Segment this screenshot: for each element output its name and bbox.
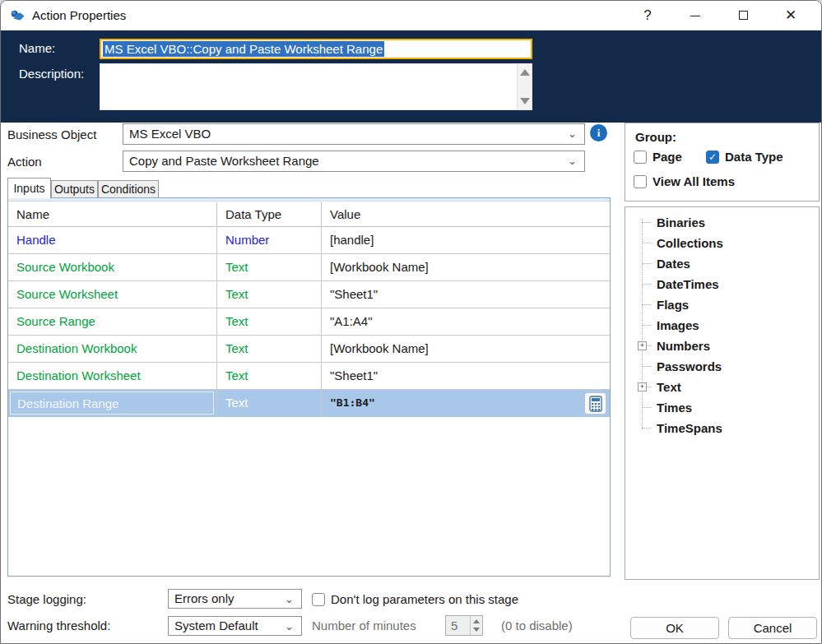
data-items-panel: BinariesCollectionsDatesDateTimesFlagsIm… (625, 206, 820, 580)
minutes-spinner[interactable]: 5 (445, 615, 483, 636)
description-label: Description: (19, 67, 84, 81)
table-row[interactable]: HandleNumber[handle] (8, 227, 610, 254)
cancel-button[interactable]: Cancel (728, 617, 817, 639)
table-row[interactable]: Source WorksheetText"Sheet1" (8, 281, 610, 308)
inputs-table-header: Name Data Type Value (8, 202, 610, 227)
checkbox-page[interactable]: Page (634, 150, 682, 164)
param-value-cell[interactable]: "A1:A4" (322, 308, 610, 336)
spinner-up-icon[interactable] (473, 619, 480, 623)
tree-item-flags[interactable]: Flags (625, 294, 819, 315)
param-name-cell[interactable]: Destination Range (8, 390, 217, 417)
table-row[interactable]: Source RangeText"A1:A4" (8, 308, 610, 336)
param-value-cell[interactable]: [Workbook Name] (322, 254, 610, 281)
checkbox-icon[interactable] (634, 175, 647, 188)
param-value-cell[interactable]: [handle] (322, 227, 610, 254)
param-name-cell[interactable]: Handle (8, 227, 217, 254)
action-dropdown[interactable]: Copy and Paste Worksheet Range ⌄ (123, 151, 585, 172)
param-value-cell[interactable]: "B1:B4" (322, 390, 610, 417)
tree-item-label: Times (657, 397, 692, 418)
tree-item-numbers[interactable]: +Numbers (625, 336, 819, 356)
param-value-cell[interactable]: [Workbook Name] (322, 336, 610, 363)
param-value-cell[interactable]: "Sheet1" (322, 281, 610, 308)
business-object-dropdown[interactable]: MS Excel VBO ⌄ (123, 123, 585, 145)
param-name-editbox[interactable]: Destination Range (10, 391, 214, 415)
tree-item-label: Collections (657, 233, 723, 253)
tree-item-label: Images (657, 315, 699, 336)
stage-logging-label: Stage logging: (7, 590, 86, 609)
help-button[interactable]: ? (629, 1, 666, 30)
tree-item-times[interactable]: Times (625, 397, 819, 418)
expand-icon[interactable]: + (638, 382, 647, 391)
tree-item-collections[interactable]: Collections (625, 233, 819, 253)
maximize-icon (739, 11, 748, 20)
param-datatype-cell[interactable]: Number (217, 227, 322, 254)
tab-inputs[interactable]: Inputs (7, 178, 51, 198)
dont-log-checkbox[interactable]: Don't log parameters on this stage (312, 592, 518, 606)
business-object-label: Business Object (7, 124, 96, 146)
table-row[interactable]: Destination RangeText"B1:B4" (8, 390, 610, 417)
expression-editor-button[interactable] (584, 392, 606, 415)
param-datatype-cell[interactable]: Text (217, 281, 322, 308)
param-datatype-cell[interactable]: Text (217, 363, 322, 390)
stage-logging-dropdown[interactable]: Errors only ⌄ (168, 589, 302, 609)
inputs-table: Name Data Type Value HandleNumber[handle… (7, 197, 611, 577)
name-input[interactable]: MS Excel VBO::Copy and Paste Worksheet R… (100, 39, 532, 59)
table-row[interactable]: Destination WorksheetText"Sheet1" (8, 363, 610, 390)
chevron-down-icon: ⌄ (285, 617, 294, 637)
grid-top-strip (8, 198, 610, 202)
expand-icon[interactable]: + (638, 341, 647, 350)
tree-item-datetimes[interactable]: DateTimes (625, 274, 819, 294)
warning-threshold-dropdown[interactable]: System Default ⌄ (168, 616, 302, 636)
column-header-datatype: Data Type (217, 202, 322, 227)
tree-item-label: Binaries (657, 212, 705, 233)
tree-connector (642, 263, 652, 264)
minimize-button[interactable] (677, 1, 713, 30)
tree-item-label: Dates (657, 253, 690, 274)
tree-item-text[interactable]: +Text (625, 377, 819, 397)
param-name-cell[interactable]: Source Worksheet (8, 281, 217, 308)
tab-conditions[interactable]: Conditions (98, 180, 159, 198)
table-row[interactable]: Destination WorkbookText[Workbook Name] (8, 336, 610, 363)
param-datatype-cell[interactable]: Text (217, 390, 322, 417)
tree-item-images[interactable]: Images (625, 315, 819, 336)
param-name-cell[interactable]: Source Workbook (8, 254, 217, 281)
checkbox-icon[interactable] (312, 593, 325, 606)
maximize-button[interactable] (725, 1, 761, 30)
column-header-value: Value (322, 202, 610, 227)
tree-item-binaries[interactable]: Binaries (625, 212, 819, 233)
checkbox-data-type[interactable]: ✓ Data Type (706, 150, 783, 164)
ok-button[interactable]: OK (630, 617, 719, 639)
table-row[interactable]: Source WorkbookText[Workbook Name] (8, 254, 610, 281)
param-datatype-cell[interactable]: Text (217, 308, 322, 336)
spinner-down-icon[interactable] (473, 628, 480, 632)
tab-outputs[interactable]: Outputs (51, 180, 98, 198)
param-datatype-cell[interactable]: Text (217, 336, 322, 363)
chevron-down-icon: ⌄ (285, 590, 294, 609)
param-name-cell[interactable]: Destination Worksheet (8, 363, 217, 390)
tree-item-passwords[interactable]: Passwords (625, 356, 819, 377)
disable-hint: (0 to disable) (501, 616, 573, 636)
tree-item-dates[interactable]: Dates (625, 253, 819, 274)
dont-log-label: Don't log parameters on this stage (331, 592, 518, 606)
tree-connector (642, 428, 652, 429)
calculator-icon (589, 396, 602, 412)
tree-item-label: TimeSpans (657, 418, 722, 438)
tree-connector (642, 304, 652, 305)
description-textarea[interactable] (100, 63, 532, 110)
checkbox-icon[interactable]: ✓ (706, 151, 719, 164)
checkbox-icon[interactable] (634, 151, 647, 164)
info-icon[interactable]: i (590, 124, 607, 141)
param-datatype-cell[interactable]: Text (217, 254, 322, 281)
spinner-buttons[interactable] (470, 616, 482, 635)
param-value-cell[interactable]: "Sheet1" (322, 363, 610, 390)
chevron-down-icon: ⌄ (568, 151, 577, 171)
description-scrollbar[interactable] (517, 64, 532, 109)
checkbox-page-label: Page (652, 150, 682, 164)
tree-item-timespans[interactable]: TimeSpans (625, 418, 819, 438)
param-name-cell[interactable]: Source Range (8, 308, 217, 336)
scroll-down-icon[interactable] (520, 98, 530, 104)
close-button[interactable]: ✕ (773, 1, 809, 30)
scroll-up-icon[interactable] (520, 69, 530, 76)
param-name-cell[interactable]: Destination Workbook (8, 336, 217, 363)
checkbox-view-all-items[interactable]: View All Items (634, 174, 735, 188)
